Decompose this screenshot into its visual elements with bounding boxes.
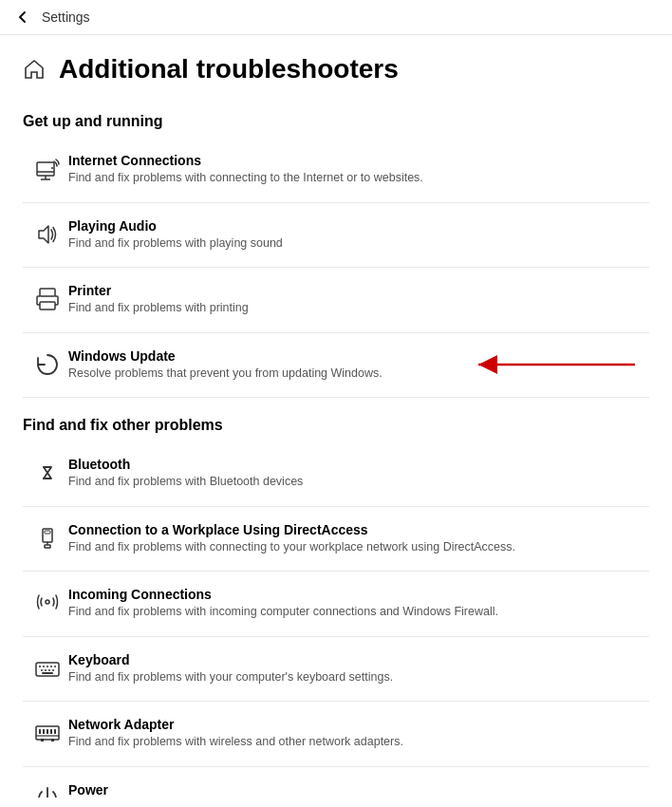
- item-printer[interactable]: Printer Find and fix problems with print…: [23, 272, 649, 328]
- page-title: Additional troubleshooters: [59, 54, 399, 84]
- main-content: Get up and running Internet Connections …: [0, 113, 672, 798]
- item-keyboard[interactable]: Keyboard Find and fix problems with your…: [23, 641, 649, 698]
- svg-rect-33: [47, 729, 48, 734]
- item-text-power: Power: [68, 782, 645, 798]
- item-bluetooth[interactable]: Bluetooth Find and fix problems with Blu…: [23, 445, 649, 502]
- svg-rect-29: [41, 739, 44, 741]
- svg-rect-30: [51, 739, 54, 741]
- item-name-keyboard: Keyboard: [68, 652, 645, 667]
- directaccess-icon: [27, 522, 68, 553]
- item-desc-internet: Find and fix problems with connecting to…: [68, 171, 423, 184]
- item-text-internet: Internet Connections Find and fix proble…: [68, 153, 645, 187]
- audio-icon: [27, 218, 68, 249]
- item-desc-printer: Find and fix problems with printing: [68, 301, 249, 314]
- item-desc-network: Find and fix problems with wireless and …: [68, 735, 403, 748]
- section-find-fix-other: Find and fix other problems Bluetooth Fi…: [23, 417, 649, 798]
- section-title-1: Get up and running: [23, 113, 649, 130]
- item-desc-update: Resolve problems that prevent you from u…: [68, 366, 383, 380]
- keyboard-icon: [27, 652, 68, 683]
- update-icon: [27, 348, 68, 379]
- item-internet-connections[interactable]: Internet Connections Find and fix proble…: [23, 141, 649, 198]
- internet-icon: [27, 153, 68, 183]
- item-windows-update[interactable]: Windows Update Resolve problems that pre…: [23, 337, 649, 394]
- item-directaccess[interactable]: Connection to a Workplace Using DirectAc…: [23, 511, 649, 568]
- title-bar: Settings: [0, 0, 672, 35]
- item-desc-audio: Find and fix problems with playing sound: [68, 236, 283, 250]
- svg-rect-14: [45, 545, 50, 548]
- item-desc-incoming: Find and fix problems with incoming comp…: [68, 605, 498, 618]
- item-desc-keyboard: Find and fix problems with your computer…: [68, 670, 393, 684]
- network-icon: [27, 717, 68, 747]
- item-name-internet: Internet Connections: [68, 153, 645, 168]
- item-name-audio: Playing Audio: [68, 218, 645, 234]
- item-incoming-connections[interactable]: Incoming Connections Find and fix proble…: [23, 575, 649, 632]
- svg-rect-32: [43, 729, 45, 734]
- item-name-network: Network Adapter: [68, 717, 645, 732]
- red-arrow-annotation: [469, 350, 640, 379]
- svg-point-4: [51, 167, 53, 169]
- item-network-adapter[interactable]: Network Adapter Find and fix problems wi…: [23, 705, 649, 762]
- svg-point-15: [46, 600, 49, 604]
- item-text-audio: Playing Audio Find and fix problems with…: [68, 218, 645, 253]
- incoming-icon: [27, 587, 68, 617]
- item-name-bluetooth: Bluetooth: [68, 457, 645, 472]
- item-text-incoming: Incoming Connections Find and fix proble…: [68, 587, 645, 621]
- item-power[interactable]: Power: [23, 771, 649, 798]
- svg-rect-12: [45, 531, 50, 534]
- item-name-directaccess: Connection to a Workplace Using DirectAc…: [68, 522, 645, 537]
- item-desc-directaccess: Find and fix problems with connecting to…: [68, 540, 515, 554]
- bluetooth-icon: [27, 457, 68, 487]
- item-name-power: Power: [68, 782, 645, 798]
- back-button[interactable]: [15, 9, 30, 25]
- item-text-bluetooth: Bluetooth Find and fix problems with Blu…: [68, 457, 645, 491]
- app-title: Settings: [42, 9, 90, 25]
- svg-rect-7: [40, 302, 55, 310]
- item-text-directaccess: Connection to a Workplace Using DirectAc…: [68, 522, 645, 556]
- svg-marker-5: [39, 226, 48, 243]
- item-text-network: Network Adapter Find and fix problems wi…: [68, 717, 645, 751]
- item-desc-bluetooth: Find and fix problems with Bluetooth dev…: [68, 475, 303, 488]
- power-icon: [27, 782, 68, 798]
- svg-rect-31: [39, 729, 41, 734]
- section-get-up-running: Get up and running Internet Connections …: [23, 113, 649, 398]
- printer-icon: [27, 283, 68, 313]
- page-header: Additional troubleshooters: [0, 35, 672, 94]
- svg-rect-6: [40, 289, 55, 296]
- item-text-keyboard: Keyboard Find and fix problems with your…: [68, 652, 645, 686]
- home-icon: [23, 58, 46, 81]
- svg-rect-35: [54, 729, 56, 734]
- item-name-incoming: Incoming Connections: [68, 587, 645, 602]
- item-name-printer: Printer: [68, 283, 645, 298]
- section-title-2: Find and fix other problems: [23, 417, 649, 434]
- item-playing-audio[interactable]: Playing Audio Find and fix problems with…: [23, 207, 649, 264]
- svg-rect-34: [50, 729, 52, 734]
- item-text-printer: Printer Find and fix problems with print…: [68, 283, 645, 317]
- svg-rect-0: [37, 162, 54, 176]
